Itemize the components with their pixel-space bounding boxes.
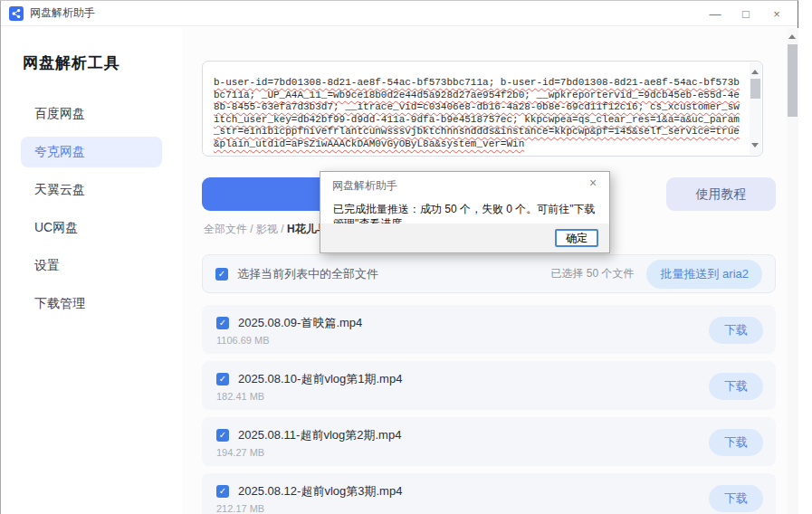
sidebar: 网盘解析工具 百度网盘 夸克网盘 天翼云盘 UC网盘 设置 下载管理 [1,27,182,514]
dialog-title: 网盘解析助手 [332,178,397,194]
sidebar-item-quark[interactable]: 夸克网盘 [21,137,162,167]
file-name: 2025.08.11-超前vlog第2期.mp4 [238,427,401,443]
title-bar: 网盘解析助手 — □ × [1,1,798,26]
cookie-text: b-user-id=7bd01308-8d21-ae8f-54ac-bf573b… [214,77,744,150]
download-button[interactable]: 下载 [709,485,763,512]
selected-count: 已选择 50 个文件 [550,266,634,281]
file-checkbox[interactable]: ✓ [216,317,229,329]
sidebar-item-settings[interactable]: 设置 [21,251,162,281]
sidebar-title: 网盘解析工具 [23,52,182,73]
file-row: ✓ 2025.08.09-首映篇.mp4 1106.69 MB 下载 [202,305,776,354]
ok-button[interactable]: 确定 [555,229,598,247]
minimize-button[interactable]: — [700,1,731,26]
window-controls: — □ × [700,1,792,26]
sidebar-item-uc[interactable]: UC网盘 [21,213,162,243]
file-checkbox[interactable]: ✓ [216,429,229,442]
sidebar-item-tianyi[interactable]: 天翼云盘 [21,175,162,205]
app-logo-icon [9,6,24,21]
main-scrollbar[interactable] [787,28,798,514]
file-list: ✓ 2025.08.09-首映篇.mp4 1106.69 MB 下载 ✓ 202… [202,305,776,514]
maximize-button[interactable]: □ [731,1,761,26]
sidebar-item-download-manager[interactable]: 下载管理 [21,289,162,319]
select-all-label: 选择当前列表中的全部文件 [237,266,378,282]
scroll-up-icon[interactable] [788,34,796,39]
app-window: 网盘解析助手 — □ × 网盘解析工具 百度网盘 夸克网盘 天翼云盘 UC网盘 … [0,0,798,514]
file-size: 1106.69 MB [216,335,270,346]
file-name: 2025.08.12-超前vlog第3期.mp4 [238,483,402,500]
file-size: 182.41 MB [216,391,264,402]
sidebar-item-baidu[interactable]: 百度网盘 [21,99,162,129]
tutorial-button[interactable]: 使用教程 [666,177,776,211]
download-button[interactable]: 下载 [709,373,763,400]
download-button[interactable]: 下载 [709,317,763,344]
file-checkbox[interactable]: ✓ [216,373,229,386]
breadcrumb-path: 全部文件 / 影视 / [204,223,287,235]
window-title: 网盘解析助手 [30,5,95,21]
dialog-close-icon[interactable]: × [585,176,601,190]
file-checkbox[interactable]: ✓ [216,485,229,498]
file-size: 194.27 MB [216,447,264,458]
breadcrumb[interactable]: 全部文件 / 影视 / H花儿与 [204,222,328,237]
close-button[interactable]: × [761,1,792,26]
push-to-aria2-button[interactable]: 批量推送到 aria2 [646,260,762,289]
scroll-down-icon[interactable] [751,143,759,148]
file-name: 2025.08.10-超前vlog第1期.mp4 [238,371,402,387]
file-row: ✓ 2025.08.10-超前vlog第1期.mp4 182.41 MB 下载 [202,361,776,410]
select-all-checkbox[interactable]: ✓ [215,268,228,281]
main-scrollbar-thumb[interactable] [788,44,798,117]
file-row: ✓ 2025.08.12-超前vlog第3期.mp4 212.17 MB 下载 [202,473,776,514]
dialog-footer: 确定 [320,224,609,252]
file-size: 212.17 MB [216,503,264,514]
file-row: ✓ 2025.08.11-超前vlog第2期.mp4 194.27 MB 下载 [202,417,776,466]
select-all-bar: ✓ 选择当前列表中的全部文件 已选择 50 个文件 批量推送到 aria2 [202,254,776,293]
cookie-textarea[interactable]: b-user-id=7bd01308-8d21-ae8f-54ac-bf573b… [202,61,763,157]
download-button[interactable]: 下载 [709,429,763,456]
scroll-up-icon[interactable] [751,70,759,74]
file-name: 2025.08.09-首映篇.mp4 [238,315,362,331]
textarea-scrollbar[interactable] [750,62,761,155]
textarea-scrollbar-thumb[interactable] [750,79,760,99]
sidebar-menu: 百度网盘 夸克网盘 天翼云盘 UC网盘 设置 下载管理 [1,99,182,319]
message-dialog: 网盘解析助手 × 已完成批量推送：成功 50 个，失败 0 个。可前往"下载管理… [320,171,610,253]
main-content: b-user-id=7bd01308-8d21-ae8f-54ac-bf573b… [182,27,798,514]
